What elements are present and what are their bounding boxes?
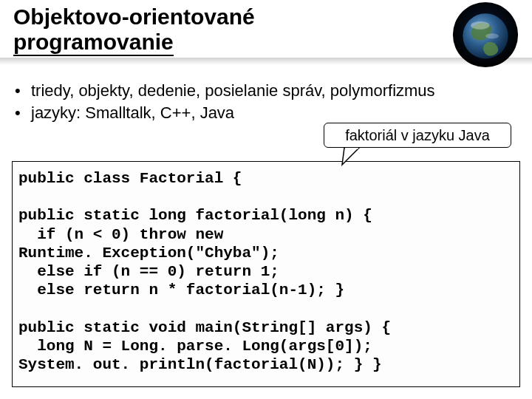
- svg-marker-4: [342, 148, 359, 165]
- code-text: public class Factorial { public static l…: [18, 170, 391, 373]
- bullet-text: triedy, objekty, dedenie, posielanie spr…: [31, 80, 435, 102]
- callout-text: faktoriál v jazyku Java: [345, 127, 490, 144]
- svg-point-3: [485, 33, 499, 38]
- bullet-list: • triedy, objekty, dedenie, posielanie s…: [15, 80, 517, 123]
- callout-box: faktoriál v jazyku Java: [324, 123, 511, 148]
- globe-image: [452, 1, 519, 68]
- bullet-item: • jazyky: Smalltalk, C++, Java: [15, 102, 517, 124]
- title-line1: Objektovo-orientované: [13, 4, 255, 29]
- slide-title: Objektovo-orientované programovanie: [13, 4, 398, 54]
- bullet-dot: •: [15, 102, 31, 124]
- title-line2: programovanie: [13, 30, 174, 56]
- svg-point-2: [471, 21, 489, 30]
- slide: Objektovo-orientované programovanie • tr…: [0, 0, 532, 399]
- code-block: public class Factorial { public static l…: [12, 161, 520, 387]
- callout-tail: [341, 147, 371, 169]
- bullet-dot: •: [15, 80, 31, 102]
- bullet-item: • triedy, objekty, dedenie, posielanie s…: [15, 80, 517, 102]
- bullet-text: jazyky: Smalltalk, C++, Java: [31, 102, 234, 124]
